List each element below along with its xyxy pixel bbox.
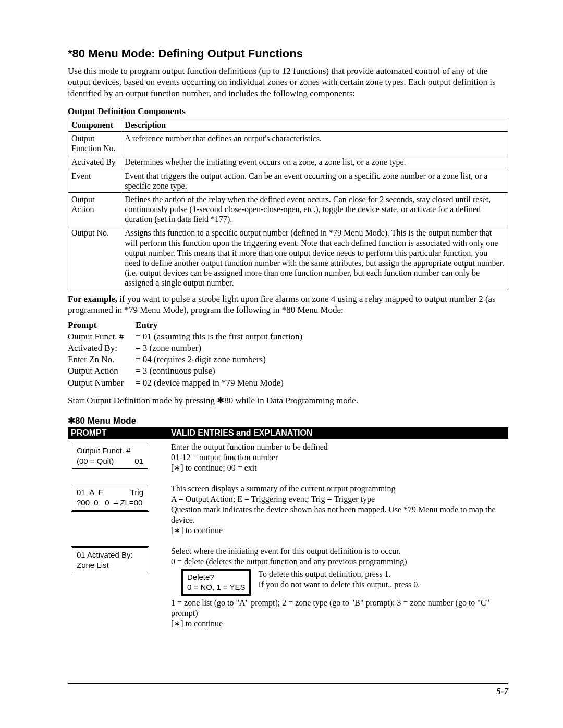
table-row: 01 Activated By: Zone List Select where … bbox=[68, 543, 508, 636]
delete-text: To delete this output definition, press … bbox=[258, 569, 420, 590]
menu-th-expl: VALID ENTRIES and EXPLANATION bbox=[168, 427, 508, 439]
footer-rule bbox=[68, 683, 508, 684]
table-row: Output Function No. A reference number t… bbox=[68, 131, 508, 155]
component-desc: Defines the action of the relay when the… bbox=[121, 192, 508, 226]
pe-entry: = 3 (zone number) bbox=[136, 342, 508, 354]
example-text: if you want to pulse a strobe light upon… bbox=[68, 294, 496, 315]
intro-paragraph: Use this mode to program output function… bbox=[68, 66, 508, 99]
lcd-display-delete: Delete? 0 = NO, 1 = YES bbox=[181, 569, 251, 596]
components-th-component: Component bbox=[68, 118, 121, 131]
delete-block: Delete? 0 = NO, 1 = YES To delete this o… bbox=[171, 569, 505, 596]
component-desc: A reference number that defines an outpu… bbox=[121, 131, 508, 155]
pe-prompt: Enter Zn No. bbox=[68, 354, 136, 365]
components-heading: Output Definition Components bbox=[68, 106, 508, 117]
pe-prompt: Output Funct. # bbox=[68, 331, 136, 342]
page-footer: 5-7 bbox=[68, 683, 508, 697]
lcd-display: Output Funct. # (00 = Quit)01 bbox=[71, 442, 149, 471]
start-instruction: Start Output Definition mode by pressing… bbox=[68, 395, 508, 406]
table-row: Output No. Assigns this function to a sp… bbox=[68, 226, 508, 290]
components-table: Component Description Output Function No… bbox=[68, 118, 508, 290]
star-icon: ✱ bbox=[68, 416, 75, 426]
page-number: 5-7 bbox=[68, 686, 508, 697]
pe-head-prompt: Prompt bbox=[68, 320, 96, 330]
component-name: Activated By bbox=[68, 155, 121, 169]
menu-th-prompt: PROMPT bbox=[68, 427, 168, 439]
component-desc: Determines whether the initiating event … bbox=[121, 155, 508, 169]
component-desc: Event that triggers the output action. C… bbox=[121, 169, 508, 192]
table-row: Activated By Determines whether the init… bbox=[68, 155, 508, 169]
component-name: Output Action bbox=[68, 192, 121, 226]
menu-explanation: Enter the output function number to be d… bbox=[171, 442, 505, 473]
example-lead: For example, bbox=[68, 294, 117, 304]
star-icon: ✱ bbox=[217, 396, 224, 405]
page: *80 Menu Mode: Defining Output Functions… bbox=[0, 0, 563, 728]
pe-head-entry: Entry bbox=[136, 320, 158, 330]
table-row: Event Event that triggers the output act… bbox=[68, 169, 508, 192]
pe-entry: = 01 (assuming this is the first output … bbox=[136, 331, 508, 342]
lcd-display: 01 A ETrig ?00 0 0 – ZL=00 bbox=[71, 484, 149, 512]
lcd-display: 01 Activated By: Zone List bbox=[71, 546, 149, 575]
component-desc: Assigns this function to a specific outp… bbox=[121, 226, 508, 290]
component-name: Event bbox=[68, 169, 121, 192]
menu-explanation-bottom: 1 = zone list (go to "A" prompt); 2 = zo… bbox=[171, 598, 505, 629]
table-row: 01 A ETrig ?00 0 0 – ZL=00 This screen d… bbox=[68, 480, 508, 543]
component-name: Output No. bbox=[68, 226, 121, 290]
menu-heading: ✱80 Menu Mode bbox=[68, 415, 508, 426]
menu-table: PROMPT VALID ENTRIES and EXPLANATION Out… bbox=[68, 427, 508, 636]
example-paragraph: For example, if you want to pulse a stro… bbox=[68, 293, 508, 316]
pe-entry: = 3 (continuous pulse) bbox=[136, 365, 508, 377]
prompt-entry-block: Prompt Entry Output Funct. #= 01 (assumi… bbox=[68, 319, 508, 389]
pe-entry: = 04 (requires 2-digit zone numbers) bbox=[136, 354, 508, 365]
table-row: Output Funct. # (00 = Quit)01 Enter the … bbox=[68, 439, 508, 480]
menu-explanation-top: Select where the initiating event for th… bbox=[171, 546, 505, 567]
pe-entry: = 02 (device mapped in *79 Menu Mode) bbox=[136, 377, 508, 389]
pe-prompt: Output Number bbox=[68, 377, 136, 389]
section-title: *80 Menu Mode: Defining Output Functions bbox=[68, 47, 508, 60]
menu-explanation: This screen displays a summary of the cu… bbox=[171, 484, 505, 536]
pe-prompt: Output Action bbox=[68, 365, 136, 377]
table-row: Output Action Defines the action of the … bbox=[68, 192, 508, 226]
component-name: Output Function No. bbox=[68, 131, 121, 155]
components-th-description: Description bbox=[121, 118, 508, 131]
pe-prompt: Activated By: bbox=[68, 342, 136, 354]
